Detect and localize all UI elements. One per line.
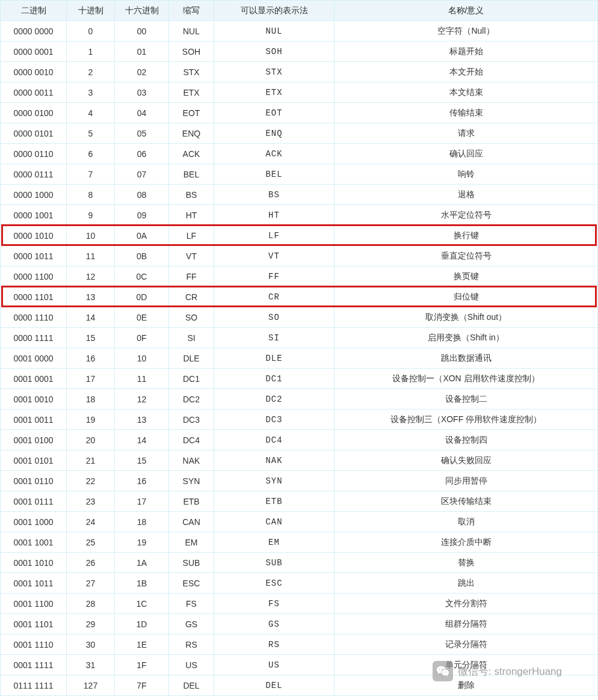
- table-row: 0001 10012519EMEM连接介质中断: [1, 532, 598, 553]
- cell-name: 传输结束: [334, 103, 598, 123]
- table-row: 0001 01112317ETBETB区块传输结束: [1, 491, 598, 512]
- cell-display: RS: [214, 634, 334, 655]
- cell-binary: 0000 1000: [1, 185, 67, 205]
- cell-display: CAN: [214, 512, 334, 532]
- cell-binary: 0001 1001: [1, 532, 67, 553]
- cell-hex: 14: [115, 430, 169, 450]
- header-display: 可以显示的表示法: [214, 1, 334, 21]
- table-row: 0000 0111707BELBEL响铃: [1, 164, 598, 185]
- table-row: 0000 0110606ACKACK确认回应: [1, 144, 598, 164]
- cell-binary: 0001 1010: [1, 553, 67, 573]
- cell-display: DC4: [214, 430, 334, 450]
- cell-name: 记录分隔符: [334, 634, 598, 655]
- cell-display: ETB: [214, 491, 334, 512]
- cell-abbr: DLE: [169, 348, 214, 369]
- cell-hex: 13: [115, 410, 169, 430]
- cell-decimal: 6: [67, 144, 115, 164]
- cell-binary: 0001 0010: [1, 389, 67, 410]
- cell-name: 本文结束: [334, 82, 598, 103]
- cell-decimal: 21: [67, 450, 115, 471]
- table-row: 0001 1110301ERSRS记录分隔符: [1, 634, 598, 655]
- cell-decimal: 0: [67, 21, 115, 41]
- cell-name: 启用变换（Shift in）: [334, 328, 598, 348]
- table-row: 0001 01002014DC4DC4设备控制四: [1, 430, 598, 450]
- cell-hex: 06: [115, 144, 169, 164]
- table-row: 0001 1100281CFSFS文件分割符: [1, 594, 598, 614]
- cell-name: 组群分隔符: [334, 614, 598, 634]
- cell-binary: 0001 0100: [1, 430, 67, 450]
- cell-decimal: 9: [67, 205, 115, 226]
- cell-display: SYN: [214, 471, 334, 491]
- cell-hex: 03: [115, 82, 169, 103]
- cell-display: DLE: [214, 348, 334, 369]
- cell-abbr: GS: [169, 614, 214, 634]
- table-row: 0000 1000808BSBS退格: [1, 185, 598, 205]
- ascii-control-table-wrapper: 二进制 十进制 十六进制 缩写 可以显示的表示法 名称/意义 0000 0000…: [0, 0, 598, 696]
- cell-display: US: [214, 655, 334, 675]
- cell-abbr: ETB: [169, 491, 214, 512]
- cell-decimal: 2: [67, 62, 115, 82]
- cell-binary: 0111 1111: [1, 675, 67, 696]
- cell-name: 确认失败回应: [334, 450, 598, 471]
- cell-binary: 0000 0110: [1, 144, 67, 164]
- cell-display: DEL: [214, 675, 334, 696]
- cell-abbr: RS: [169, 634, 214, 655]
- cell-binary: 0000 0001: [1, 41, 67, 62]
- cell-display: DC2: [214, 389, 334, 410]
- cell-abbr: SOH: [169, 41, 214, 62]
- cell-display: CR: [214, 287, 334, 307]
- cell-hex: 1E: [115, 634, 169, 655]
- cell-name: 设备控制一（XON 启用软件速度控制）: [334, 369, 598, 389]
- cell-decimal: 4: [67, 103, 115, 123]
- cell-decimal: 14: [67, 307, 115, 328]
- table-row: 0001 00111913DC3DC3设备控制三（XOFF 停用软件速度控制）: [1, 410, 598, 430]
- cell-abbr: VT: [169, 246, 214, 266]
- cell-hex: 08: [115, 185, 169, 205]
- cell-decimal: 25: [67, 532, 115, 553]
- cell-name: 跳出: [334, 573, 598, 594]
- cell-abbr: EOT: [169, 103, 214, 123]
- ascii-control-table: 二进制 十进制 十六进制 缩写 可以显示的表示法 名称/意义 0000 0000…: [0, 0, 598, 696]
- cell-abbr: SI: [169, 328, 214, 348]
- cell-decimal: 1: [67, 41, 115, 62]
- cell-binary: 0001 0001: [1, 369, 67, 389]
- cell-decimal: 29: [67, 614, 115, 634]
- cell-abbr: LF: [169, 226, 214, 246]
- cell-display: LF: [214, 226, 334, 246]
- cell-abbr: ETX: [169, 82, 214, 103]
- cell-abbr: ESC: [169, 573, 214, 594]
- cell-decimal: 5: [67, 123, 115, 144]
- cell-binary: 0000 1110: [1, 307, 67, 328]
- cell-display: ENQ: [214, 123, 334, 144]
- cell-name: 换页键: [334, 266, 598, 287]
- table-row: 0001 1101291DGSGS组群分隔符: [1, 614, 598, 634]
- table-row: 0001 01102216SYNSYN同步用暂停: [1, 471, 598, 491]
- table-row: 0000 0000000NULNUL空字符（Null）: [1, 21, 598, 41]
- cell-display: BEL: [214, 164, 334, 185]
- cell-display: ESC: [214, 573, 334, 594]
- cell-display: HT: [214, 205, 334, 226]
- cell-binary: 0001 1011: [1, 573, 67, 594]
- cell-hex: 09: [115, 205, 169, 226]
- header-hex: 十六进制: [115, 1, 169, 21]
- cell-binary: 0000 1011: [1, 246, 67, 266]
- cell-binary: 0000 1101: [1, 287, 67, 307]
- cell-abbr: CAN: [169, 512, 214, 532]
- cell-hex: 0B: [115, 246, 169, 266]
- cell-decimal: 23: [67, 491, 115, 512]
- table-body: 0000 0000000NULNUL空字符（Null）0000 0001101S…: [1, 21, 598, 696]
- cell-decimal: 8: [67, 185, 115, 205]
- table-row: 0001 1010261ASUBSUB替换: [1, 553, 598, 573]
- table-row: 0000 1111150FSISI启用变换（Shift in）: [1, 328, 598, 348]
- table-row: 0111 11111277FDELDEL删除: [1, 675, 598, 696]
- cell-decimal: 15: [67, 328, 115, 348]
- cell-hex: 0F: [115, 328, 169, 348]
- cell-decimal: 7: [67, 164, 115, 185]
- cell-hex: 15: [115, 450, 169, 471]
- cell-abbr: ACK: [169, 144, 214, 164]
- cell-hex: 1C: [115, 594, 169, 614]
- table-row: 0000 0100404EOTEOT传输结束: [1, 103, 598, 123]
- cell-name: 删除: [334, 675, 598, 696]
- cell-decimal: 20: [67, 430, 115, 450]
- header-name: 名称/意义: [334, 1, 598, 21]
